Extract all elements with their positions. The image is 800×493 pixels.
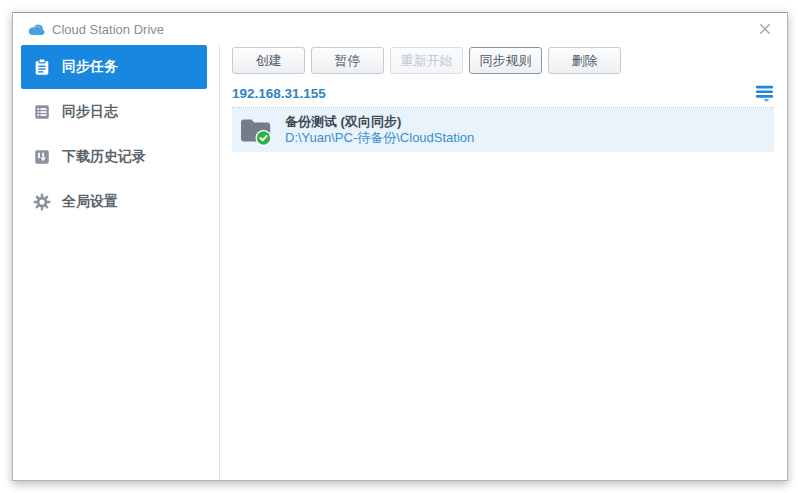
window-title: Cloud Station Drive	[52, 22, 756, 37]
pause-button[interactable]: 暂停	[311, 47, 384, 74]
sidebar-item-label: 同步任务	[62, 58, 118, 76]
sidebar: 同步任务 同步日志	[13, 45, 220, 480]
task-path: D:\Yuan\PC-待备份\CloudStation	[285, 130, 474, 146]
sidebar-item-sync-log[interactable]: 同步日志	[21, 90, 207, 134]
titlebar: Cloud Station Drive	[13, 13, 787, 45]
sidebar-item-label: 下载历史记录	[62, 148, 146, 166]
settings-gear-icon	[33, 193, 51, 211]
sidebar-item-sync-tasks[interactable]: 同步任务	[21, 45, 207, 89]
cloud-app-icon	[28, 23, 45, 36]
toolbar: 创建 暂停 重新开始 同步规则 删除	[232, 47, 774, 74]
task-text: 备份测试 (双向同步) D:\Yuan\PC-待备份\CloudStation	[285, 114, 474, 146]
resume-button: 重新开始	[390, 47, 463, 74]
server-row: 192.168.31.155	[232, 84, 774, 102]
sync-log-icon	[33, 103, 51, 121]
close-icon[interactable]	[756, 20, 774, 38]
list-menu-icon[interactable]	[755, 85, 774, 102]
task-list: 备份测试 (双向同步) D:\Yuan\PC-待备份\CloudStation	[232, 107, 774, 152]
sync-rules-button[interactable]: 同步规则	[469, 47, 542, 74]
sidebar-item-label: 同步日志	[62, 103, 118, 121]
app-window: Cloud Station Drive 同步任务	[12, 12, 788, 481]
sync-tasks-icon	[33, 58, 51, 76]
main-panel: 创建 暂停 重新开始 同步规则 删除 192.168.31.155	[220, 45, 787, 480]
create-button[interactable]: 创建	[232, 47, 305, 74]
task-row[interactable]: 备份测试 (双向同步) D:\Yuan\PC-待备份\CloudStation	[232, 108, 774, 152]
sidebar-item-global-settings[interactable]: 全局设置	[21, 180, 207, 224]
folder-synced-icon	[239, 115, 273, 146]
download-history-icon	[33, 148, 51, 166]
server-ip: 192.168.31.155	[232, 86, 326, 101]
sidebar-item-label: 全局设置	[62, 193, 118, 211]
delete-button[interactable]: 删除	[548, 47, 621, 74]
window-body: 同步任务 同步日志	[13, 45, 787, 480]
task-name: 备份测试 (双向同步)	[285, 114, 474, 130]
sidebar-item-download-history[interactable]: 下载历史记录	[21, 135, 207, 179]
